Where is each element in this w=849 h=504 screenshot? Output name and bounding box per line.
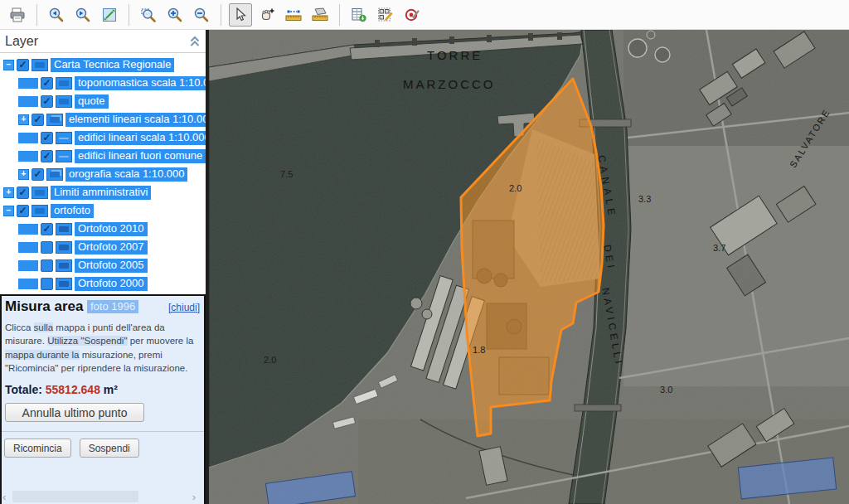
scrollbar-thumb[interactable] — [12, 491, 138, 502]
zoom-full-extent-button[interactable] — [98, 3, 121, 27]
layer-label[interactable]: edifici lineari fuori comune — [75, 149, 206, 163]
layer-label[interactable]: elementi lineari scala 1:10.000 — [65, 113, 206, 127]
layer-tree-item[interactable]: +✓orografia scala 1:10.000 — [0, 165, 206, 183]
tree-connector — [18, 242, 38, 253]
map-toolbar — [0, 0, 849, 30]
layer-label[interactable]: ortofoto — [51, 204, 94, 218]
suspend-button[interactable]: Sospendi — [80, 439, 139, 458]
layer-tree-item[interactable]: −✓Carta Tecnica Regionale — [0, 56, 206, 74]
tree-connector — [18, 96, 38, 107]
instruction-text: Utilizza "Sospendi" — [47, 336, 127, 346]
layer-visibility-checkbox[interactable]: ✓ — [17, 205, 29, 217]
instruction-text: mappa durante la — [5, 350, 80, 360]
layer-label[interactable]: Ortofoto 2010 — [75, 222, 148, 236]
image-layer-icon — [56, 259, 72, 272]
layer-label[interactable]: toponomastica scala 1:10.000 — [75, 76, 206, 90]
pan-button[interactable] — [255, 3, 279, 27]
expand-node-icon[interactable]: + — [3, 187, 14, 198]
identify-target-icon — [404, 7, 420, 23]
zoom-next-button[interactable] — [71, 3, 95, 27]
total-unit: m² — [104, 383, 118, 396]
total-value: 55812.648 — [46, 383, 100, 396]
measure-instructions: Clicca sulla mappa i punti dell'area da … — [2, 317, 204, 375]
scroll-left-icon[interactable]: ‹ — [2, 492, 6, 502]
layer-tree-item[interactable]: ✓quote — [0, 92, 206, 110]
layer-tree-item[interactable]: ✓edifici lineari fuori comune — [0, 147, 206, 165]
layer-tree: −✓Carta Tecnica Regionale✓toponomastica … — [0, 53, 206, 293]
group-layer-icon — [46, 114, 63, 126]
measure-area-button[interactable] — [308, 3, 332, 27]
measure-distance-icon — [284, 7, 303, 23]
select-features-button[interactable] — [374, 3, 397, 27]
layer-tree-item[interactable]: −✓ortofoto — [0, 201, 206, 220]
layer-label[interactable]: edifici lineari scala 1:10.000 — [75, 131, 206, 145]
layer-label[interactable]: Limiti amministrativi — [51, 186, 151, 200]
measure-area-panel: Misura area foto 1996 [chiudi] Clicca su… — [0, 294, 206, 504]
layer-visibility-checkbox[interactable]: ✓ — [41, 95, 53, 108]
layer-label[interactable]: Ortofoto 2007 — [75, 240, 148, 254]
layer-visibility-checkbox[interactable]: ✓ — [17, 59, 29, 71]
group-layer-icon — [46, 168, 63, 181]
horizontal-scrollbar[interactable]: ‹ › — [2, 491, 204, 503]
folder-layer-icon — [32, 205, 48, 217]
layer-tree-item[interactable]: ✓Ortofoto 2010 — [0, 220, 206, 238]
restart-button[interactable]: Ricomincia — [4, 439, 71, 458]
layer-label[interactable]: Ortofoto 2005 — [75, 259, 148, 273]
expand-node-icon[interactable]: + — [18, 114, 29, 125]
image-layer-icon — [56, 278, 72, 290]
layer-visibility-checkbox[interactable]: ✓ — [17, 187, 29, 199]
toolbar-separator — [129, 4, 129, 26]
layer-panel-header: Layer — [0, 30, 206, 53]
collapse-node-icon[interactable]: − — [3, 60, 14, 70]
tree-connector — [18, 78, 38, 89]
zoom-previous-button[interactable] — [45, 3, 68, 27]
identify-button[interactable] — [400, 3, 424, 27]
layer-visibility-checkbox[interactable]: ✓ — [32, 168, 44, 181]
layer-label[interactable]: orografia scala 1:10.000 — [65, 167, 187, 182]
close-panel-link[interactable]: [chiudi] — [168, 302, 200, 313]
zoom-out-button[interactable] — [190, 3, 213, 27]
print-button[interactable] — [6, 3, 29, 27]
layer-tree-item[interactable]: Ortofoto 2007 — [0, 238, 206, 256]
layer-tree-item[interactable]: +✓Limiti amministrativi — [0, 183, 206, 201]
layer-visibility-checkbox[interactable]: ✓ — [32, 114, 44, 126]
collapse-panel-icon[interactable] — [189, 36, 201, 47]
layer-tree-item[interactable]: Ortofoto 2000 — [0, 274, 206, 293]
layer-label[interactable]: quote — [75, 94, 109, 109]
layer-tree-item[interactable]: Ortofoto 2005 — [0, 256, 206, 274]
zoom-in-button[interactable] — [163, 3, 187, 27]
layer-visibility-checkbox[interactable] — [41, 241, 53, 254]
layer-label[interactable]: Carta Tecnica Regionale — [51, 58, 174, 72]
folder-layer-icon — [32, 187, 48, 199]
measure-panel-titlebar: Misura area foto 1996 [chiudi] — [2, 296, 204, 317]
layer-visibility-checkbox[interactable] — [41, 278, 53, 290]
export-table-button[interactable] — [347, 3, 371, 27]
zoom-box-button[interactable] — [137, 3, 160, 27]
collapse-node-icon[interactable]: − — [3, 206, 14, 216]
layer-tree-item[interactable]: ✓toponomastica scala 1:10.000 — [0, 74, 206, 92]
map-viewport[interactable]: TORREMARZOCCOCANALEDEINAVICELLISALVATORE… — [209, 30, 849, 504]
layer-visibility-checkbox[interactable]: ✓ — [41, 223, 53, 235]
layer-visibility-checkbox[interactable]: ✓ — [41, 132, 53, 144]
pointer-arrow-icon — [232, 7, 249, 23]
layer-visibility-checkbox[interactable]: ✓ — [41, 77, 53, 90]
line-layer-icon — [56, 132, 72, 144]
tree-connector — [18, 224, 38, 235]
pan-hand-icon — [259, 7, 275, 23]
image-layer-icon — [56, 241, 72, 254]
measure-area-icon — [311, 7, 329, 23]
layer-label[interactable]: Ortofoto 2000 — [75, 277, 148, 291]
layer-tree-item[interactable]: ✓edifici lineari scala 1:10.000 — [0, 128, 206, 147]
layer-tree-item[interactable]: +✓elementi lineari scala 1:10.000 — [0, 110, 206, 128]
instruction-text: Clicca — [5, 322, 34, 332]
toolbar-separator — [339, 4, 340, 26]
tree-connector — [18, 260, 38, 271]
scroll-right-icon[interactable]: › — [192, 492, 196, 502]
layer-visibility-checkbox[interactable]: ✓ — [41, 150, 53, 162]
image-layer-icon — [56, 223, 72, 235]
measure-distance-button[interactable] — [282, 3, 305, 27]
layer-visibility-checkbox[interactable] — [41, 259, 53, 272]
expand-node-icon[interactable]: + — [18, 169, 29, 180]
select-pointer-button[interactable] — [229, 3, 252, 27]
undo-last-point-button[interactable]: Annulla ultimo punto — [5, 403, 144, 422]
